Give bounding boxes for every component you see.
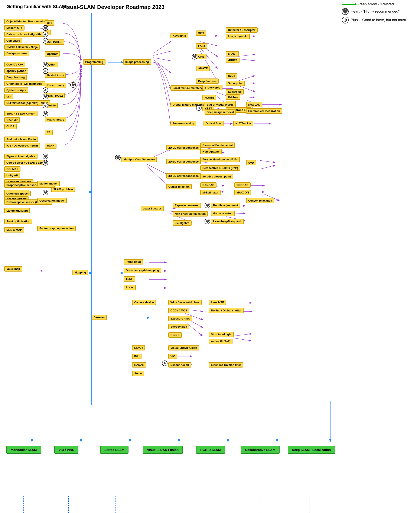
node-simd[interactable]: SIMD - SSE/AVX/Neon	[4, 111, 38, 116]
node-ssh[interactable]: ssh	[4, 94, 13, 99]
node-ccd-cmos[interactable]: CCD / CMOS	[168, 308, 189, 313]
node-image-pyramid[interactable]: Image pyramid	[226, 34, 250, 39]
node-klt-tracker[interactable]: KLT Tracker	[233, 121, 253, 126]
node-colmap[interactable]: COLMAP	[4, 166, 21, 172]
node-point-cloud[interactable]: Point cloud	[124, 259, 143, 264]
node-csharp[interactable]: C#	[45, 130, 53, 135]
node-lens-mtf[interactable]: Lens MTF	[209, 300, 226, 305]
node-joint-opt[interactable]: Joint optimisation	[4, 219, 32, 224]
node-camera-device[interactable]: Camera device	[132, 300, 156, 305]
node-bag-visual-words[interactable]: Bag of Visual Words	[205, 102, 236, 107]
node-visual-lidar-fusion[interactable]: Visual-LiDAR fusion	[168, 345, 199, 350]
node-maths-lib[interactable]: Maths library	[45, 117, 66, 122]
node-bash[interactable]: Bash (Linux)	[45, 72, 66, 78]
node-motion-model[interactable]: Motion model	[37, 181, 60, 186]
node-exposure[interactable]: Exposure / ISO	[168, 316, 192, 321]
node-tsdf[interactable]: TSDF	[124, 276, 135, 281]
node-maxcon[interactable]: MAXCON	[234, 190, 251, 195]
node-stereovision[interactable]: Stereovision	[168, 324, 189, 329]
node-landmark[interactable]: Landmark (Map)	[4, 208, 30, 213]
node-cuda[interactable]: CUDA	[4, 124, 17, 129]
node-rbrief[interactable]: rBRIEF	[226, 58, 240, 63]
node-orb[interactable]: ORB	[196, 54, 206, 59]
node-odometry[interactable]: Odometry (pose)	[4, 191, 31, 196]
node-outlier-rejection[interactable]: Outlier rejection	[166, 184, 192, 189]
node-active-ir[interactable]: Active IR (ToF)	[209, 339, 232, 344]
node-surfel[interactable]: Surfel	[124, 285, 136, 290]
node-lidar[interactable]: LiDAR	[132, 345, 145, 350]
node-corr-2d2d[interactable]: 2D-2D correspondence	[166, 145, 201, 150]
node-prosac[interactable]: PROSAC	[234, 182, 251, 188]
node-sonar[interactable]: Sonar	[132, 371, 144, 376]
node-oop[interactable]: Object-Oriented Programming	[4, 19, 48, 24]
node-mono-slam[interactable]: Monocular SLAM	[6, 446, 41, 454]
node-kd-tree[interactable]: Kd-Tree	[226, 94, 240, 100]
node-deep-image-retrieval[interactable]: Deep image retrieval	[205, 109, 236, 115]
node-occupancy[interactable]: Occupancy grid mapping	[124, 268, 161, 273]
node-compilers[interactable]: Compilers	[4, 38, 22, 43]
node-visual-lidar-fusion-bottom[interactable]: Visual-LiDAR Fusion	[143, 446, 183, 454]
node-openmp[interactable]: OpenMP	[4, 117, 20, 123]
node-opencv[interactable]: OpenCV	[45, 51, 60, 56]
node-mle-map[interactable]: MLE & MAP	[4, 227, 24, 233]
node-homography[interactable]: Homography	[200, 149, 222, 154]
node-stereo-slam[interactable]: Stereo SLAM	[100, 446, 128, 454]
node-fast[interactable]: FAST	[196, 43, 207, 49]
node-flann[interactable]: FLANN	[202, 95, 216, 100]
node-opencv-python[interactable]: opencv-python	[4, 68, 28, 74]
node-mapping[interactable]: Mapping	[72, 270, 88, 275]
node-non-linear-opt[interactable]: Non-linear optimisation	[172, 211, 208, 217]
node-graph-plots[interactable]: Graph plots (e.g. matplotlib)	[4, 81, 45, 86]
node-imu[interactable]: IMU	[132, 354, 142, 359]
node-programming[interactable]: Programming	[83, 59, 105, 65]
node-wide-tele[interactable]: Wide / telecentric lens	[168, 300, 202, 305]
node-dsa[interactable]: Data structures & Algorithms	[4, 31, 47, 37]
node-p3p[interactable]: Perspective-3-points (P3P)	[200, 157, 240, 162]
node-ekf[interactable]: Extended Kalman filter	[209, 362, 243, 367]
node-reprojection-error[interactable]: Reprojection error	[172, 203, 201, 208]
node-brute-force[interactable]: Brute-Force	[202, 85, 223, 90]
node-deep-slam[interactable]: Deep SLAM / Localization	[288, 446, 335, 454]
node-keypoints[interactable]: Keypoints	[171, 33, 188, 39]
node-opencv-cpp[interactable]: OpenCV C++	[4, 62, 25, 67]
node-image-processing[interactable]: Image processing	[123, 59, 151, 65]
node-sift[interactable]: SIFT	[196, 31, 206, 36]
node-levenberg[interactable]: Levenberg-Marquardt	[211, 219, 244, 224]
node-system-scripts[interactable]: System scripts	[4, 87, 28, 93]
node-icp[interactable]: Iterative closest point	[200, 174, 233, 179]
node-rgbd-slam[interactable]: RGB-D SLAM	[196, 446, 225, 454]
node-design-patterns[interactable]: Design patterns	[4, 51, 30, 56]
node-sensors[interactable]: Sensors	[92, 315, 107, 320]
node-svd[interactable]: SVD	[246, 160, 256, 165]
node-collab-slam[interactable]: Collaborative SLAM	[241, 446, 280, 454]
node-hierarchical-loc[interactable]: Hierarchical localization	[246, 108, 282, 114]
node-ios[interactable]: iOS - Objective-C / Swift	[4, 143, 40, 148]
node-cpp[interactable]: C++	[45, 20, 54, 26]
node-corr-2d3d[interactable]: 2D-3D correspondence	[166, 159, 201, 164]
node-unity-ar[interactable]: Unity AR	[4, 173, 20, 178]
node-ceres[interactable]: Ceres-solver / GTSAM / g2o	[4, 160, 45, 165]
node-cmake[interactable]: CMake / Makefile / Ninja	[4, 44, 40, 50]
node-corr-3d3d[interactable]: 3D-3D correspondence	[166, 173, 201, 179]
node-observation-model[interactable]: Observation model	[37, 198, 67, 203]
node-cicd[interactable]: CI/CD	[45, 144, 56, 149]
node-slam-problem[interactable]: SLAM problem	[51, 187, 75, 192]
node-local-feature-matching[interactable]: Local feature matching	[171, 85, 205, 91]
node-vio[interactable]: VIO	[168, 354, 177, 359]
node-voxel-map[interactable]: Voxel map	[4, 266, 22, 272]
node-radar[interactable]: RADAR	[132, 362, 146, 367]
node-modern-cpp[interactable]: Modern C++	[4, 25, 24, 31]
node-factor-graph[interactable]: Factor graph optimisation	[37, 226, 76, 231]
node-concurrency[interactable]: Concurrency	[45, 83, 66, 88]
node-gauss-newton[interactable]: Gauss-Newton	[211, 211, 235, 216]
node-ransac[interactable]: RANSAC	[200, 182, 217, 188]
node-structured-light[interactable]: Structured light	[209, 332, 234, 337]
node-ofast[interactable]: oFAST	[226, 51, 239, 56]
node-m-estimator[interactable]: M-Estimator	[200, 190, 221, 195]
node-vio-vins[interactable]: VIO / VINS	[54, 446, 78, 454]
node-mvg[interactable]: Multiple View Geometry	[121, 157, 157, 162]
node-android[interactable]: Android - Java / Kotlin	[4, 137, 38, 142]
node-rolling-global[interactable]: Rolling / Global shutter	[209, 308, 244, 313]
node-least-squares[interactable]: Least Squares	[141, 206, 164, 211]
node-netvlad[interactable]: NetVLAD	[246, 102, 262, 107]
